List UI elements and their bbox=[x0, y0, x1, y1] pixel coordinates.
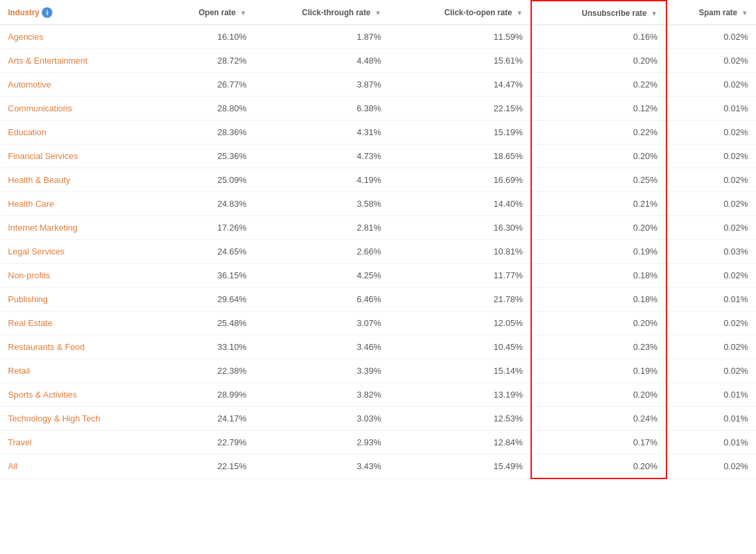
cell-ctor: 10.81% bbox=[389, 240, 531, 264]
sort-icon-ctr: ▼ bbox=[375, 9, 381, 17]
info-icon[interactable]: i bbox=[42, 7, 52, 18]
cell-ctor: 11.77% bbox=[389, 264, 531, 288]
cell-ctor: 15.49% bbox=[389, 455, 531, 479]
cell-open-rate: 25.09% bbox=[135, 168, 255, 192]
cell-ctor: 15.19% bbox=[389, 121, 531, 144]
cell-industry: Financial Services bbox=[0, 144, 135, 168]
table-row: Arts & Entertainment 28.72% 4.48% 15.61%… bbox=[0, 49, 756, 73]
cell-ctr: 4.73% bbox=[255, 144, 389, 168]
table-row: Automotive 26.77% 3.87% 14.47% 0.22% 0.0… bbox=[0, 73, 756, 97]
cell-industry: Non-profits bbox=[0, 264, 135, 288]
cell-industry: Communications bbox=[0, 97, 135, 121]
cell-ctr: 3.43% bbox=[255, 455, 389, 479]
cell-ctor: 12.05% bbox=[389, 311, 531, 335]
cell-spam: 0.02% bbox=[666, 455, 756, 479]
cell-industry: Internet Marketing bbox=[0, 216, 135, 240]
cell-ctr: 3.87% bbox=[255, 73, 389, 97]
cell-ctor: 18.65% bbox=[389, 144, 531, 168]
cell-spam: 0.01% bbox=[666, 97, 756, 121]
cell-ctor: 14.47% bbox=[389, 73, 531, 97]
table-row: Health & Beauty 25.09% 4.19% 16.69% 0.25… bbox=[0, 168, 756, 192]
cell-industry: Sports & Activities bbox=[0, 383, 135, 407]
cell-unsub: 0.25% bbox=[531, 168, 666, 192]
cell-open-rate: 36.15% bbox=[135, 264, 255, 288]
table-row: Restaurants & Food 33.10% 3.46% 10.45% 0… bbox=[0, 335, 756, 359]
cell-spam: 0.02% bbox=[666, 359, 756, 383]
cell-open-rate: 33.10% bbox=[135, 335, 255, 359]
cell-industry: Arts & Entertainment bbox=[0, 49, 135, 73]
cell-spam: 0.02% bbox=[666, 335, 756, 359]
cell-unsub: 0.21% bbox=[531, 192, 666, 216]
cell-ctr: 2.81% bbox=[255, 216, 389, 240]
cell-spam: 0.02% bbox=[666, 216, 756, 240]
industry-header-label: Industry bbox=[8, 8, 39, 17]
cell-spam: 0.01% bbox=[666, 383, 756, 407]
cell-unsub: 0.18% bbox=[531, 288, 666, 311]
cell-industry: Travel bbox=[0, 431, 135, 455]
cell-ctor: 16.69% bbox=[389, 168, 531, 192]
cell-industry: Publishing bbox=[0, 288, 135, 311]
cell-unsub: 0.16% bbox=[531, 25, 666, 49]
cell-industry: All bbox=[0, 455, 135, 479]
cell-open-rate: 26.77% bbox=[135, 73, 255, 97]
cell-industry: Health & Beauty bbox=[0, 168, 135, 192]
table-row: Retail 22.38% 3.39% 15.14% 0.19% 0.02% bbox=[0, 359, 756, 383]
table-row: Financial Services 25.36% 4.73% 18.65% 0… bbox=[0, 144, 756, 168]
industry-stats-table: Industry i Open rate ▼ Click-through rat… bbox=[0, 0, 756, 479]
cell-unsub: 0.19% bbox=[531, 359, 666, 383]
cell-unsub: 0.22% bbox=[531, 73, 666, 97]
cell-open-rate: 17.26% bbox=[135, 216, 255, 240]
cell-spam: 0.03% bbox=[666, 240, 756, 264]
cell-unsub: 0.20% bbox=[531, 144, 666, 168]
cell-ctr: 4.25% bbox=[255, 264, 389, 288]
cell-spam: 0.02% bbox=[666, 168, 756, 192]
cell-ctr: 3.58% bbox=[255, 192, 389, 216]
cell-spam: 0.02% bbox=[666, 73, 756, 97]
cell-open-rate: 22.15% bbox=[135, 455, 255, 479]
cell-spam: 0.01% bbox=[666, 407, 756, 431]
cell-open-rate: 28.36% bbox=[135, 121, 255, 144]
cell-ctor: 22.15% bbox=[389, 97, 531, 121]
cell-spam: 0.02% bbox=[666, 25, 756, 49]
cell-open-rate: 28.72% bbox=[135, 49, 255, 73]
cell-spam: 0.02% bbox=[666, 192, 756, 216]
cell-open-rate: 24.17% bbox=[135, 407, 255, 431]
cell-industry: Real Estate bbox=[0, 311, 135, 335]
cell-ctr: 4.48% bbox=[255, 49, 389, 73]
header-ctor[interactable]: Click-to-open rate ▼ bbox=[389, 1, 531, 25]
cell-unsub: 0.24% bbox=[531, 407, 666, 431]
cell-spam: 0.02% bbox=[666, 121, 756, 144]
cell-ctr: 2.93% bbox=[255, 431, 389, 455]
cell-ctr: 2.66% bbox=[255, 240, 389, 264]
cell-industry: Automotive bbox=[0, 73, 135, 97]
table-row: All 22.15% 3.43% 15.49% 0.20% 0.02% bbox=[0, 455, 756, 479]
cell-spam: 0.02% bbox=[666, 264, 756, 288]
table-row: Technology & High Tech 24.17% 3.03% 12.5… bbox=[0, 407, 756, 431]
sort-icon-open: ▼ bbox=[240, 9, 247, 17]
cell-open-rate: 22.38% bbox=[135, 359, 255, 383]
sort-icon-ctor: ▼ bbox=[516, 9, 523, 17]
table-row: Health Care 24.83% 3.58% 14.40% 0.21% 0.… bbox=[0, 192, 756, 216]
cell-unsub: 0.20% bbox=[531, 455, 666, 479]
table-row: Communications 28.80% 6.38% 22.15% 0.12%… bbox=[0, 97, 756, 121]
header-spam[interactable]: Spam rate ▼ bbox=[666, 1, 756, 25]
cell-open-rate: 25.48% bbox=[135, 311, 255, 335]
header-industry[interactable]: Industry i bbox=[0, 1, 135, 25]
cell-unsub: 0.20% bbox=[531, 383, 666, 407]
cell-open-rate: 25.36% bbox=[135, 144, 255, 168]
cell-open-rate: 16.10% bbox=[135, 25, 255, 49]
cell-ctor: 11.59% bbox=[389, 25, 531, 49]
cell-spam: 0.01% bbox=[666, 288, 756, 311]
cell-industry: Health Care bbox=[0, 192, 135, 216]
cell-open-rate: 29.64% bbox=[135, 288, 255, 311]
header-ctr[interactable]: Click-through rate ▼ bbox=[255, 1, 389, 25]
cell-industry: Legal Services bbox=[0, 240, 135, 264]
table-row: Sports & Activities 28.99% 3.82% 13.19% … bbox=[0, 383, 756, 407]
table-row: Travel 22.79% 2.93% 12.84% 0.17% 0.01% bbox=[0, 431, 756, 455]
header-open-rate[interactable]: Open rate ▼ bbox=[135, 1, 255, 25]
cell-unsub: 0.12% bbox=[531, 97, 666, 121]
cell-unsub: 0.19% bbox=[531, 240, 666, 264]
sort-icon-spam: ▼ bbox=[741, 9, 748, 17]
cell-open-rate: 24.65% bbox=[135, 240, 255, 264]
header-unsub[interactable]: Unsubscribe rate ▼ bbox=[531, 1, 666, 25]
